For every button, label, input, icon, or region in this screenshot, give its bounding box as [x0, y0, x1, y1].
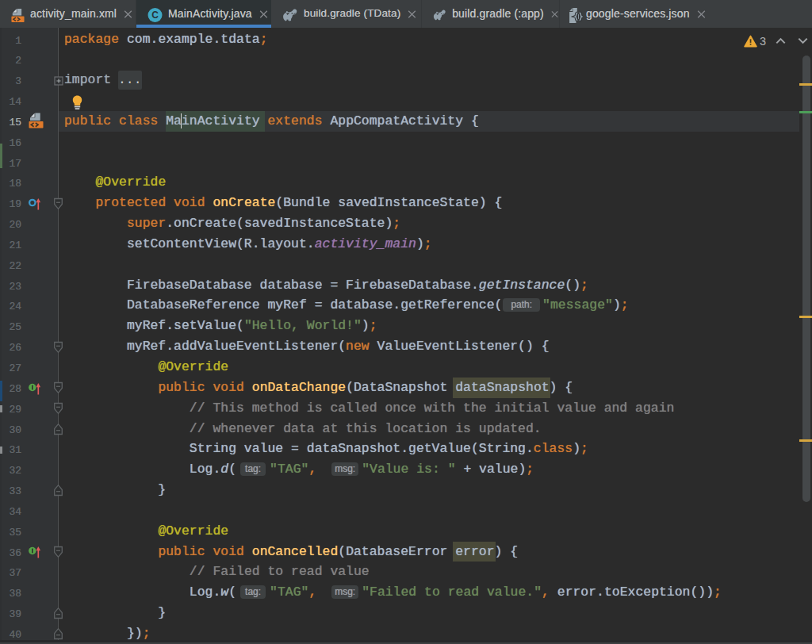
svg-text:C: C: [151, 10, 159, 21]
